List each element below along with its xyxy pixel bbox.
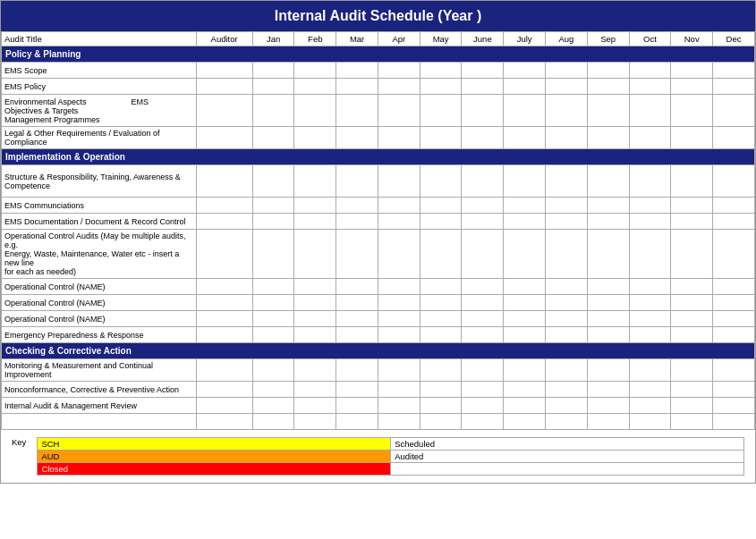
month-cell [546, 95, 588, 127]
month-cell [294, 398, 336, 414]
month-cell [587, 279, 629, 295]
month-cell [336, 279, 378, 295]
month-cell [420, 165, 462, 198]
month-cell [504, 382, 546, 398]
month-cell [336, 95, 378, 127]
month-cell [294, 79, 336, 95]
month-cell [252, 127, 294, 149]
month-cell [671, 414, 713, 430]
table-header: Audit Title Auditor Jan Feb Mar Apr May … [2, 32, 755, 46]
month-cell [252, 382, 294, 398]
month-cell [587, 79, 629, 95]
table-row: Operational Control (NAME) [2, 295, 755, 311]
month-cell [713, 279, 755, 295]
month-cell [713, 165, 755, 198]
row-auditor [196, 214, 252, 230]
table-row: EMS Documentation / Document & Record Co… [2, 214, 755, 230]
month-cell [252, 198, 294, 214]
month-cell [294, 279, 336, 295]
month-cell [420, 359, 462, 382]
month-cell [462, 414, 504, 430]
month-cell [671, 127, 713, 149]
month-cell [504, 198, 546, 214]
page: Internal Audit Schedule (Year ) Audit Ti… [0, 0, 756, 484]
row-auditor [196, 327, 252, 343]
month-cell [420, 198, 462, 214]
month-cell [671, 79, 713, 95]
month-cell [504, 311, 546, 327]
month-cell [546, 165, 588, 198]
row-title: Operational Control Audits (May be multi… [2, 230, 197, 279]
month-cell [336, 165, 378, 198]
row-auditor [196, 311, 252, 327]
month-cell [378, 414, 420, 430]
month-cell [671, 359, 713, 382]
month-cell [252, 165, 294, 198]
month-cell [462, 295, 504, 311]
month-cell [671, 327, 713, 343]
col-header-title: Audit Title [2, 32, 197, 46]
month-cell [504, 214, 546, 230]
month-cell [629, 198, 671, 214]
month-cell [420, 327, 462, 343]
month-cell [587, 359, 629, 382]
row-auditor [196, 382, 252, 398]
audit-table: Audit Title Auditor Jan Feb Mar Apr May … [1, 31, 755, 430]
section-header-implementation: Implementation & Operation [2, 149, 755, 165]
month-cell [671, 214, 713, 230]
month-cell [546, 382, 588, 398]
col-header-july: July [504, 32, 546, 46]
month-cell [462, 127, 504, 149]
month-cell [252, 359, 294, 382]
month-cell [462, 79, 504, 95]
month-cell [252, 295, 294, 311]
month-cell [587, 327, 629, 343]
section-header-policy: Policy & Planning [2, 46, 755, 63]
month-cell [713, 95, 755, 127]
month-cell [252, 311, 294, 327]
month-cell [713, 311, 755, 327]
key-aud-desc: Audited [391, 451, 744, 463]
month-cell [546, 327, 588, 343]
month-cell [252, 230, 294, 279]
month-cell [462, 63, 504, 79]
month-cell [462, 311, 504, 327]
month-cell [294, 414, 336, 430]
table-row: Legal & Other Requirements / Evaluation … [2, 127, 755, 149]
month-cell [504, 414, 546, 430]
month-cell [336, 214, 378, 230]
month-cell [587, 165, 629, 198]
col-header-june: June [462, 32, 504, 46]
month-cell [713, 230, 755, 279]
month-cell [713, 359, 755, 382]
month-cell [420, 63, 462, 79]
month-cell [671, 165, 713, 198]
table-row: Operational Control (NAME) [2, 311, 755, 327]
row-auditor [196, 165, 252, 198]
month-cell [713, 79, 755, 95]
row-auditor [196, 63, 252, 79]
month-cell [504, 359, 546, 382]
month-cell [629, 214, 671, 230]
month-cell [546, 398, 588, 414]
month-cell [378, 95, 420, 127]
month-cell [546, 359, 588, 382]
month-cell [629, 414, 671, 430]
table-row: EMS Policy [2, 79, 755, 95]
key-sch-code: SCH [38, 438, 391, 451]
month-cell [546, 230, 588, 279]
month-cell [336, 295, 378, 311]
month-cell [587, 198, 629, 214]
section-header-checking: Checking & Corrective Action [2, 343, 755, 359]
row-title [2, 414, 197, 430]
month-cell [546, 279, 588, 295]
month-cell [378, 327, 420, 343]
month-cell [336, 127, 378, 149]
table-row: Monitoring & Measurement and Continual I… [2, 359, 755, 382]
row-title: EMS Communciations [2, 198, 197, 214]
row-auditor [196, 230, 252, 279]
month-cell [420, 414, 462, 430]
row-title: Structure & Responsibility, Training, Aw… [2, 165, 197, 198]
month-cell [294, 63, 336, 79]
month-cell [629, 295, 671, 311]
